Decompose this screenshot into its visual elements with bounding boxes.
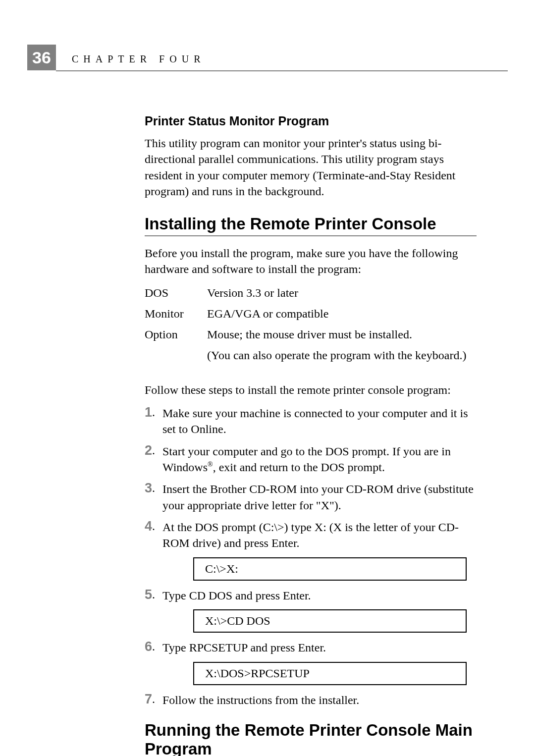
step-4: 4 At the DOS prompt (C:\>) type X: (X is… bbox=[145, 519, 477, 551]
section-heading-running: Running the Remote Printer Console Main … bbox=[145, 721, 477, 756]
requirement-value: (You can also operate the program with t… bbox=[207, 346, 477, 364]
step-text: Follow the instructions from the install… bbox=[162, 692, 477, 708]
follow-steps-text: Follow these steps to install the remote… bbox=[145, 382, 477, 398]
requirement-label bbox=[145, 346, 207, 364]
step-number-icon: 7 bbox=[145, 692, 162, 707]
requirement-row: Option Mouse; the mouse driver must be i… bbox=[145, 325, 477, 343]
registered-mark-icon: ® bbox=[208, 461, 213, 468]
step-text: Start your computer and go to the DOS pr… bbox=[162, 443, 477, 476]
step-text: At the DOS prompt (C:\>) type X: (X is t… bbox=[162, 519, 477, 551]
step-text-part: , exit and return to the DOS prompt. bbox=[213, 461, 385, 474]
section-rule bbox=[145, 235, 477, 236]
code-box: X:\DOS>RPCSETUP bbox=[193, 662, 467, 685]
requirement-value: Mouse; the mouse driver must be installe… bbox=[207, 325, 477, 343]
page-number: 36 bbox=[27, 45, 56, 70]
header-rule bbox=[56, 70, 508, 71]
installing-intro: Before you install the program, make sur… bbox=[145, 245, 477, 277]
step-1: 1 Make sure your machine is connected to… bbox=[145, 405, 477, 437]
step-number-icon: 1 bbox=[145, 405, 162, 420]
page-content: Printer Status Monitor Program This util… bbox=[145, 114, 477, 756]
step-text: Type RPCSETUP and press Enter. bbox=[162, 640, 477, 655]
step-text: Make sure your machine is connected to y… bbox=[162, 405, 477, 437]
step-6: 6 Type RPCSETUP and press Enter. bbox=[145, 640, 477, 655]
step-3: 3 Insert the Brother CD-ROM into your CD… bbox=[145, 481, 477, 513]
step-2: 2 Start your computer and go to the DOS … bbox=[145, 443, 477, 476]
step-number-icon: 5 bbox=[145, 588, 162, 602]
code-box: C:\>X: bbox=[193, 557, 467, 581]
requirement-label: Monitor bbox=[145, 305, 207, 323]
step-number-icon: 4 bbox=[145, 519, 162, 534]
requirement-label: DOS bbox=[145, 284, 207, 302]
step-5: 5 Type CD DOS and press Enter. bbox=[145, 588, 477, 603]
step-number-icon: 6 bbox=[145, 640, 162, 654]
code-box: X:\>CD DOS bbox=[193, 609, 467, 633]
step-text: Insert the Brother CD-ROM into your CD-R… bbox=[162, 481, 477, 513]
subsection-heading-status-monitor: Printer Status Monitor Program bbox=[145, 114, 477, 128]
step-number-icon: 2 bbox=[145, 443, 162, 458]
requirement-row: (You can also operate the program with t… bbox=[145, 346, 477, 364]
requirement-value: EGA/VGA or compatible bbox=[207, 305, 477, 323]
requirement-row: DOS Version 3.3 or later bbox=[145, 284, 477, 302]
requirement-value: Version 3.3 or later bbox=[207, 284, 477, 302]
status-monitor-paragraph: This utility program can monitor your pr… bbox=[145, 135, 477, 200]
steps-list: 1 Make sure your machine is connected to… bbox=[145, 405, 477, 708]
chapter-label: CHAPTER FOUR bbox=[72, 54, 205, 65]
requirements-table: DOS Version 3.3 or later Monitor EGA/VGA… bbox=[145, 284, 477, 364]
step-7: 7 Follow the instructions from the insta… bbox=[145, 692, 477, 708]
section-heading-installing: Installing the Remote Printer Console bbox=[145, 215, 477, 233]
step-text: Type CD DOS and press Enter. bbox=[162, 588, 477, 603]
requirement-row: Monitor EGA/VGA or compatible bbox=[145, 305, 477, 323]
requirement-label: Option bbox=[145, 325, 207, 343]
step-number-icon: 3 bbox=[145, 481, 162, 496]
